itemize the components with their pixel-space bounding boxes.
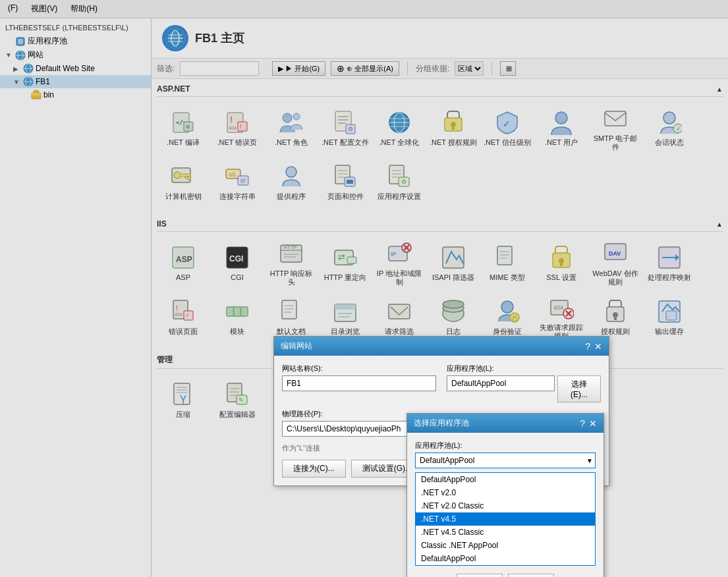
- connect-as-label: 作为"L"连接: [282, 444, 320, 452]
- pool-option-netv20[interactable]: .NET v2.0: [416, 486, 595, 499]
- pool-dropdown-container: DefaultAppPool ▼: [415, 453, 596, 468]
- select-pool-title: 选择应用程序池: [414, 418, 469, 429]
- app-pool-label: 应用程序池(L):: [447, 364, 601, 373]
- pool-listbox: DefaultAppPool .NET v2.0 .NET v2.0 Class…: [415, 472, 596, 566]
- edit-dialog-titlebar: 编辑网站 ? ✕: [274, 337, 609, 356]
- select-pool-help[interactable]: ?: [580, 418, 585, 429]
- app-pool-input[interactable]: [447, 375, 555, 391]
- select-pool-button[interactable]: 选择(E)...: [557, 375, 601, 402]
- edit-dialog-close[interactable]: ✕: [594, 341, 602, 352]
- pool-label: 应用程序池(L):: [415, 441, 596, 451]
- site-name-input[interactable]: [282, 375, 436, 391]
- select-pool-titlebar: 选择应用程序池 ? ✕: [407, 414, 603, 433]
- pool-ok-button[interactable]: 确定: [457, 574, 503, 577]
- connect-as-button[interactable]: 连接为(C)...: [282, 460, 346, 478]
- pool-option-netv45classic[interactable]: .NET v4.5 Classic: [416, 526, 595, 539]
- pool-option-defaultapppool2[interactable]: DefaultAppPool: [416, 552, 595, 565]
- pool-option-netv20classic[interactable]: .NET v2.0 Classic: [416, 499, 595, 512]
- pool-dropdown[interactable]: DefaultAppPool: [415, 453, 596, 468]
- select-pool-dialog: 选择应用程序池 ? ✕ 应用程序池(L): DefaultAppPool ▼ D…: [406, 413, 604, 577]
- pool-cancel-button[interactable]: 取消: [508, 574, 554, 577]
- site-name-label: 网站名称(S):: [282, 364, 436, 373]
- edit-dialog-help[interactable]: ?: [585, 341, 590, 352]
- pool-option-classicnet[interactable]: Classic .NET AppPool: [416, 539, 595, 552]
- pool-option-netv45[interactable]: .NET v4.5: [416, 512, 595, 526]
- edit-dialog-title: 编辑网站: [281, 341, 312, 352]
- modal-overlay: [0, 0, 728, 577]
- pool-option-defaultapppool[interactable]: DefaultAppPool: [416, 473, 595, 486]
- select-pool-close[interactable]: ✕: [589, 418, 597, 429]
- select-pool-body: 应用程序池(L): DefaultAppPool ▼ DefaultAppPoo…: [407, 433, 603, 577]
